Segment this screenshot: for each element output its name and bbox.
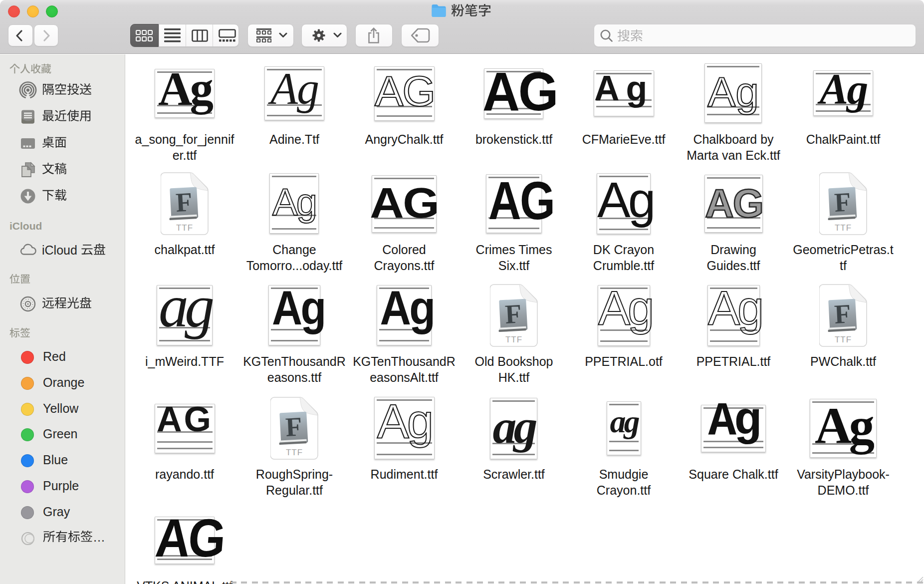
svg-text:F: F	[285, 411, 303, 442]
svg-text:F: F	[834, 187, 852, 218]
svg-text:F: F	[834, 298, 852, 329]
svg-text:TTF: TTF	[176, 223, 193, 233]
svg-text:F: F	[504, 298, 522, 329]
svg-text:TTF: TTF	[286, 448, 303, 457]
svg-text:TTF: TTF	[835, 335, 852, 344]
svg-text:TTF: TTF	[505, 335, 522, 344]
svg-text:TTF: TTF	[835, 223, 852, 233]
svg-text:F: F	[175, 187, 193, 218]
